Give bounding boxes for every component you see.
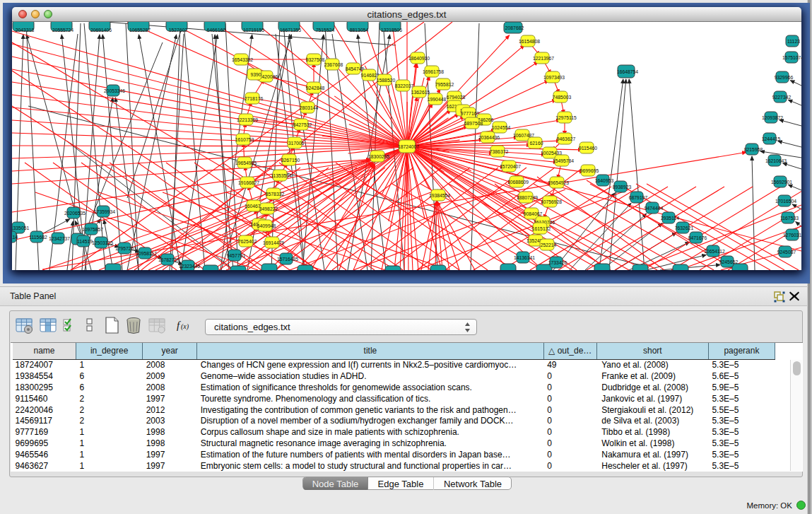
- svg-text:5409948: 5409948: [257, 223, 276, 228]
- svg-text:3267150: 3267150: [281, 158, 300, 163]
- svg-text:62160: 62160: [530, 141, 543, 146]
- svg-text:13218506: 13218506: [381, 28, 402, 33]
- svg-text:7386372: 7386372: [490, 149, 509, 154]
- svg-text:8427532: 8427532: [293, 122, 312, 127]
- svg-text:7625402: 7625402: [238, 239, 257, 244]
- svg-text:19166827: 19166827: [238, 180, 259, 185]
- svg-text:10975857: 10975857: [82, 227, 103, 232]
- svg-text:9227342: 9227342: [772, 95, 792, 100]
- svg-text:12213369: 12213369: [237, 117, 258, 122]
- svg-text:9474444: 9474444: [645, 206, 664, 211]
- svg-text:16154808: 16154808: [519, 39, 540, 44]
- svg-text:1115682: 1115682: [29, 235, 47, 240]
- svg-text:9390: 9390: [250, 72, 261, 77]
- svg-text:1362615: 1362615: [411, 90, 430, 95]
- svg-text:12760318: 12760318: [783, 233, 801, 238]
- svg-text:317006: 317006: [288, 141, 305, 146]
- svg-text:9245087: 9245087: [777, 250, 796, 255]
- svg-text:10719155: 10719155: [243, 28, 264, 33]
- svg-text:9242848: 9242848: [306, 86, 325, 90]
- svg-text:16210643: 16210643: [765, 158, 787, 163]
- svg-text:9463627: 9463627: [557, 136, 576, 141]
- svg-text:9329966: 9329966: [775, 75, 794, 80]
- svg-text:10958117: 10958117: [136, 251, 157, 256]
- svg-text:8471676: 8471676: [688, 235, 707, 240]
- svg-text:1615132: 1615132: [532, 226, 551, 231]
- svg-text:8813054: 8813054: [350, 28, 369, 33]
- svg-text:9699695: 9699695: [580, 168, 599, 173]
- svg-text:15720407: 15720407: [500, 164, 521, 169]
- svg-text:9327508: 9327508: [306, 57, 325, 62]
- svg-text:6897508: 6897508: [464, 121, 483, 126]
- svg-text:9245652: 9245652: [719, 259, 739, 264]
- svg-text:10654112: 10654112: [704, 249, 725, 254]
- svg-text:16648754: 16648754: [617, 69, 638, 74]
- svg-text:20206535: 20206535: [64, 211, 86, 216]
- svg-text:20691406: 20691406: [90, 28, 112, 33]
- svg-text:15692901: 15692901: [771, 180, 792, 185]
- svg-text:18640910: 18640910: [408, 56, 430, 61]
- svg-text:1733426: 1733426: [548, 260, 567, 265]
- svg-text:2718176: 2718176: [245, 96, 264, 101]
- svg-text:10025433: 10025433: [541, 151, 562, 156]
- svg-text:12323446: 12323446: [179, 264, 200, 269]
- svg-text:16671355: 16671355: [280, 28, 301, 33]
- svg-text:1640953: 1640953: [595, 178, 614, 183]
- svg-text:3498222: 3498222: [259, 206, 278, 211]
- svg-text:16914479: 16914479: [263, 240, 284, 245]
- svg-text:8454749: 8454749: [346, 66, 365, 71]
- svg-text:1990448: 1990448: [428, 97, 447, 102]
- svg-text:1244415: 1244415: [762, 136, 781, 141]
- svg-text:9457791: 9457791: [227, 253, 246, 258]
- svg-text:20555724: 20555724: [52, 28, 73, 33]
- svg-text:2087682: 2087682: [505, 25, 524, 30]
- svg-text:39114: 39114: [12, 235, 18, 240]
- svg-text:16543382: 16543382: [232, 57, 253, 62]
- svg-text:15751074: 15751074: [782, 55, 801, 60]
- svg-text:1335051: 1335051: [12, 226, 29, 230]
- svg-text:(x): (x): [181, 322, 189, 331]
- svg-text:8322037: 8322037: [395, 83, 414, 88]
- svg-text:14136141: 14136141: [514, 255, 535, 260]
- svg-text:252214: 252214: [541, 243, 557, 247]
- svg-text:6466160: 6466160: [207, 28, 226, 33]
- svg-text:2367608: 2367608: [324, 62, 343, 67]
- svg-text:9777169: 9777169: [461, 111, 480, 116]
- svg-text:9115460: 9115460: [579, 146, 597, 151]
- svg-text:19654923: 19654923: [548, 180, 569, 185]
- svg-text:8578332: 8578332: [266, 192, 285, 197]
- svg-text:10655287: 10655287: [129, 28, 151, 33]
- svg-text:10756928: 10756928: [541, 199, 562, 204]
- svg-text:15495784: 15495784: [553, 158, 574, 163]
- svg-text:8215958: 8215958: [744, 147, 763, 152]
- svg-text:19654985: 19654985: [235, 160, 257, 165]
- svg-text:1024554: 1024554: [492, 125, 511, 130]
- svg-text:11123: 11123: [787, 39, 800, 44]
- svg-text:12093872: 12093872: [762, 115, 783, 120]
- svg-text:2803144: 2803144: [300, 105, 319, 110]
- svg-text:15716485: 15716485: [277, 257, 298, 262]
- svg-text:7632621: 7632621: [675, 226, 694, 230]
- svg-text:2043318: 2043318: [16, 28, 35, 33]
- svg-text:12503135: 12503135: [92, 240, 113, 245]
- svg-text:18807249: 18807249: [517, 195, 538, 200]
- svg-text:12975115: 12975115: [555, 115, 577, 120]
- svg-text:19384554: 19384554: [429, 193, 450, 198]
- svg-text:1610753: 1610753: [235, 137, 254, 142]
- svg-text:17957253: 17957253: [115, 246, 136, 251]
- svg-text:9146821: 9146821: [361, 73, 380, 78]
- svg-text:7485003: 7485003: [553, 95, 572, 100]
- svg-text:12342737: 12342737: [49, 236, 70, 241]
- svg-text:7955812: 7955812: [435, 82, 454, 87]
- svg-text:1167533: 1167533: [780, 216, 799, 221]
- svg-text:10607487: 10607487: [513, 133, 534, 138]
- svg-text:8938923: 8938923: [613, 185, 632, 189]
- svg-text:2935114: 2935114: [661, 216, 679, 221]
- svg-text:1588520: 1588520: [377, 78, 396, 83]
- svg-text:12213967: 12213967: [533, 56, 554, 61]
- svg-text:6794028: 6794028: [447, 95, 466, 100]
- svg-text:114519: 114519: [77, 239, 93, 244]
- svg-text:17359934: 17359934: [94, 209, 115, 214]
- svg-text:20364436: 20364436: [478, 135, 500, 140]
- svg-text:1527602: 1527602: [169, 28, 188, 33]
